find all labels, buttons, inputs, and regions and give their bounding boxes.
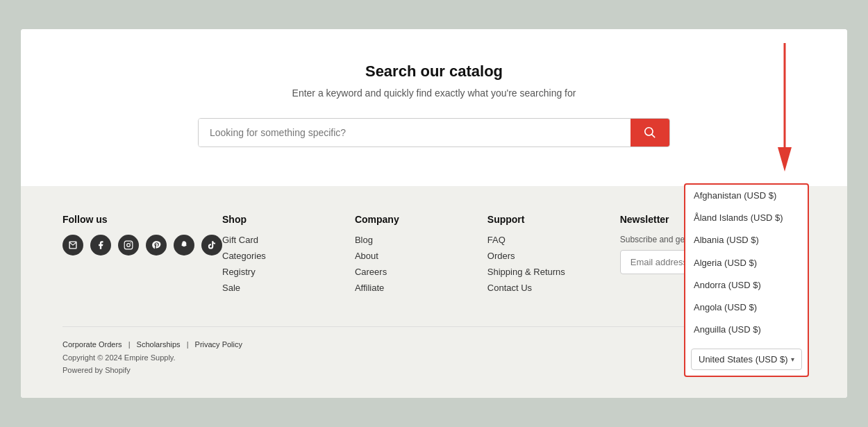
country-item-andorra[interactable]: Andorra (USD $) — [685, 274, 808, 296]
company-link-affiliate[interactable]: Affiliate — [355, 283, 487, 293]
search-section: Search our catalog Enter a keyword and q… — [21, 29, 847, 186]
footer-col-company: Company Blog About Careers Affiliate — [355, 214, 487, 299]
company-link-blog[interactable]: Blog — [355, 235, 487, 245]
footer-col-follow: Follow us — [62, 214, 222, 299]
social-tiktok-icon[interactable] — [201, 235, 222, 256]
social-snapchat-icon[interactable] — [174, 235, 194, 256]
social-facebook-icon[interactable] — [90, 235, 111, 256]
social-icons — [62, 235, 222, 256]
svg-rect-2 — [124, 241, 133, 249]
country-item-angola[interactable]: Angola (USD $) — [685, 296, 808, 319]
footer-link-privacy[interactable]: Privacy Policy — [195, 340, 242, 349]
support-link-faq[interactable]: FAQ — [487, 235, 620, 245]
shop-title: Shop — [222, 214, 355, 225]
search-input[interactable] — [199, 119, 631, 146]
search-subtitle: Enter a keyword and quickly find exactly… — [35, 87, 833, 99]
search-button[interactable] — [631, 119, 669, 146]
footer-powered-by: Powered by Shopify — [62, 364, 242, 377]
follow-us-title: Follow us — [62, 214, 222, 225]
footer-col-support: Support FAQ Orders Shipping & Returns Co… — [487, 214, 620, 299]
country-item-albania[interactable]: Albania (USD $) — [685, 229, 808, 251]
footer-col-shop: Shop Gift Card Categories Registry Sale — [222, 214, 355, 299]
search-icon — [644, 127, 656, 138]
social-email-icon[interactable] — [62, 235, 83, 256]
shop-link-registry[interactable]: Registry — [222, 267, 355, 277]
chevron-down-icon: ▾ — [791, 355, 794, 363]
dropdown-overlay: Afghanistan (USD $) Åland Islands (USD $… — [684, 183, 809, 377]
svg-point-4 — [131, 242, 131, 243]
footer-link-scholarships[interactable]: Scholarships — [137, 340, 181, 349]
country-item-antigua[interactable]: Antigua & Barbuda (USD $) — [685, 341, 808, 344]
shop-link-categories[interactable]: Categories — [222, 251, 355, 261]
search-bar — [198, 118, 670, 147]
support-link-shipping[interactable]: Shipping & Returns — [487, 267, 620, 277]
country-item-algeria[interactable]: Algeria (USD $) — [685, 252, 808, 274]
country-item-afghanistan[interactable]: Afghanistan (USD $) — [685, 185, 808, 207]
country-selector[interactable]: United States (USD $) ▾ — [691, 349, 802, 370]
page-wrapper: Search our catalog Enter a keyword and q… — [21, 29, 847, 398]
company-link-about[interactable]: About — [355, 251, 487, 261]
footer-legal-links: Corporate Orders | Scholarships | Privac… — [62, 338, 242, 351]
country-item-aland[interactable]: Åland Islands (USD $) — [685, 207, 808, 229]
support-title: Support — [487, 214, 620, 225]
footer-legal: Corporate Orders | Scholarships | Privac… — [62, 338, 242, 377]
country-dropdown-container: Afghanistan (USD $) Åland Islands (USD $… — [684, 183, 809, 377]
svg-point-3 — [127, 244, 131, 247]
footer-section: Follow us — [21, 186, 847, 398]
search-title: Search our catalog — [35, 62, 833, 81]
company-link-careers[interactable]: Careers — [355, 267, 487, 277]
country-item-anguilla[interactable]: Anguilla (USD $) — [685, 319, 808, 341]
red-arrow-annotation — [764, 40, 806, 192]
footer-link-corporate[interactable]: Corporate Orders — [62, 340, 122, 349]
company-title: Company — [355, 214, 487, 225]
country-list[interactable]: Afghanistan (USD $) Åland Islands (USD $… — [685, 185, 808, 344]
separator-2: | — [187, 340, 189, 349]
selected-country-label: United States (USD $) — [699, 354, 788, 365]
svg-marker-1 — [778, 147, 792, 171]
footer-copyright: Copyright © 2024 Empire Supply. — [62, 351, 242, 365]
shop-link-giftcard[interactable]: Gift Card — [222, 235, 355, 245]
support-link-orders[interactable]: Orders — [487, 251, 620, 261]
social-instagram-icon[interactable] — [118, 235, 139, 256]
shop-link-sale[interactable]: Sale — [222, 283, 355, 293]
social-pinterest-icon[interactable] — [146, 235, 167, 256]
support-link-contact[interactable]: Contact Us — [487, 283, 620, 293]
separator-1: | — [128, 340, 131, 349]
